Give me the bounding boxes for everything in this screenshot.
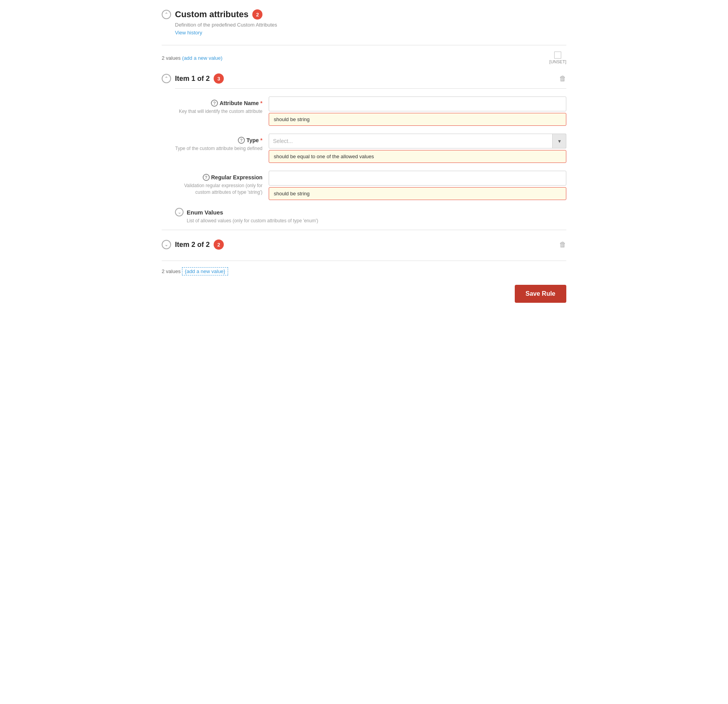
attribute-name-sub-label: Key that will identify the custom attrib… bbox=[175, 108, 262, 115]
attribute-name-input[interactable] bbox=[269, 96, 566, 111]
section-title: Custom attributes bbox=[175, 9, 248, 20]
enum-values-description: List of allowed values (only for custom … bbox=[187, 218, 566, 223]
enum-values-header[interactable]: ⌄ Enum Values bbox=[175, 208, 566, 216]
attribute-name-label: ? Attribute Name * bbox=[175, 100, 262, 107]
add-new-value-top[interactable]: (add a new value) bbox=[182, 55, 222, 61]
type-label-col: ? Type * Type of the custom attribute be… bbox=[175, 134, 269, 152]
item-2-delete-button[interactable]: 🗑 bbox=[559, 241, 566, 249]
enum-values-title: Enum Values bbox=[187, 209, 223, 216]
unset-container: [UNSET] bbox=[550, 52, 566, 64]
type-select[interactable]: Select... string enum boolean integer bbox=[269, 134, 566, 148]
attribute-name-input-col: should be string bbox=[269, 96, 566, 126]
item-1-badge: 3 bbox=[214, 73, 224, 84]
attribute-name-validation: should be string bbox=[269, 113, 566, 126]
type-required: * bbox=[261, 137, 262, 143]
regex-input-col: should be string bbox=[269, 171, 566, 200]
attribute-name-help-icon[interactable]: ? bbox=[211, 100, 218, 107]
top-divider bbox=[162, 45, 566, 45]
regex-label-text: Regular Expression bbox=[211, 174, 263, 180]
item-1-title: Item 1 of 2 bbox=[175, 75, 210, 83]
bottom-area: Save Rule bbox=[162, 285, 566, 303]
regex-label: ? Regular Expression bbox=[175, 174, 262, 181]
item-1-block: ⌃ Item 1 of 2 3 🗑 ? Attribute Name * Key… bbox=[162, 70, 566, 223]
enum-collapse-icon[interactable]: ⌄ bbox=[175, 208, 184, 216]
attribute-name-field-row: ? Attribute Name * Key that will identif… bbox=[175, 96, 566, 126]
values-count: 2 values bbox=[162, 55, 180, 61]
values-row: 2 values (add a new value) [UNSET] bbox=[162, 52, 566, 64]
type-label: ? Type * bbox=[175, 137, 262, 144]
attribute-name-label-col: ? Attribute Name * Key that will identif… bbox=[175, 96, 269, 115]
unset-checkbox[interactable] bbox=[554, 52, 561, 59]
type-select-wrapper: Select... string enum boolean integer ▾ bbox=[269, 134, 566, 148]
item-2-header: ⌄ Item 2 of 2 2 🗑 bbox=[162, 236, 566, 254]
item-1-header-left: ⌃ Item 1 of 2 3 bbox=[162, 73, 224, 84]
section-description: Definition of the predefined Custom Attr… bbox=[175, 22, 566, 28]
bottom-values-row: 2 values {add a new value} bbox=[162, 267, 566, 275]
item-2-bottom-divider bbox=[162, 261, 566, 261]
type-help-icon[interactable]: ? bbox=[238, 137, 245, 144]
unset-label: [UNSET] bbox=[550, 59, 566, 64]
type-field-row: ? Type * Type of the custom attribute be… bbox=[175, 134, 566, 163]
item-1-delete-button[interactable]: 🗑 bbox=[559, 75, 566, 83]
regex-help-icon[interactable]: ? bbox=[203, 174, 210, 181]
regex-validation: should be string bbox=[269, 187, 566, 200]
regex-label-col: ? Regular Expression Validation regular … bbox=[175, 171, 269, 196]
section-collapse-icon[interactable]: ⌃ bbox=[162, 10, 171, 19]
section-badge: 2 bbox=[252, 9, 262, 20]
item-2-title: Item 2 of 2 bbox=[175, 241, 210, 249]
bottom-values-count: 2 values bbox=[162, 268, 180, 274]
values-info: 2 values (add a new value) bbox=[162, 55, 223, 61]
type-validation: should be equal to one of the allowed va… bbox=[269, 150, 566, 163]
regex-input[interactable] bbox=[269, 171, 566, 186]
regex-sub-label: Validation regular expression (only for … bbox=[175, 182, 262, 196]
view-history-link[interactable]: View history bbox=[175, 30, 202, 36]
item-1-bottom-divider bbox=[162, 230, 566, 230]
item-1-header: ⌃ Item 1 of 2 3 🗑 bbox=[162, 70, 566, 88]
regex-field-row: ? Regular Expression Validation regular … bbox=[175, 171, 566, 200]
item-2-badge: 2 bbox=[214, 239, 224, 250]
item-1-content: ? Attribute Name * Key that will identif… bbox=[175, 88, 566, 223]
enum-values-section: ⌄ Enum Values List of allowed values (on… bbox=[175, 208, 566, 223]
type-input-col: Select... string enum boolean integer ▾ … bbox=[269, 134, 566, 163]
attribute-name-required: * bbox=[261, 100, 262, 106]
item-2-block: ⌄ Item 2 of 2 2 🗑 bbox=[162, 236, 566, 254]
type-sub-label: Type of the custom attribute being defin… bbox=[175, 145, 262, 152]
save-rule-button[interactable]: Save Rule bbox=[515, 285, 566, 303]
item-2-header-left: ⌄ Item 2 of 2 2 bbox=[162, 239, 224, 250]
attribute-name-label-text: Attribute Name bbox=[219, 100, 259, 106]
item-2-collapse-icon[interactable]: ⌄ bbox=[162, 240, 171, 249]
add-new-value-bottom[interactable]: {add a new value} bbox=[182, 267, 228, 275]
type-label-text: Type bbox=[246, 137, 259, 143]
item-1-collapse-icon[interactable]: ⌃ bbox=[162, 74, 171, 83]
